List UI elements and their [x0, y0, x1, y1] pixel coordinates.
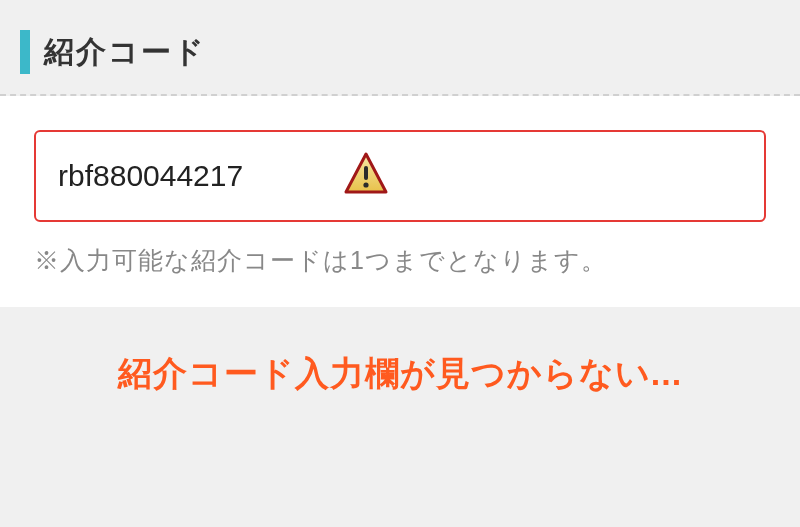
warning-icon — [342, 150, 390, 202]
header-row: 紹介コード — [20, 30, 780, 74]
svg-rect-0 — [364, 166, 368, 180]
section-title: 紹介コード — [44, 32, 206, 73]
help-text: ※入力可能な紹介コードは1つまでとなります。 — [34, 244, 766, 277]
footer-message: 紹介コード入力欄が見つからない... — [20, 351, 780, 397]
svg-point-1 — [363, 182, 368, 187]
footer-section: 紹介コード入力欄が見つからない... — [0, 307, 800, 437]
referral-code-field-wrapper — [34, 130, 766, 222]
referral-code-input[interactable] — [58, 159, 330, 193]
accent-bar — [20, 30, 30, 74]
content-section: ※入力可能な紹介コードは1つまでとなります。 — [0, 96, 800, 307]
section-header: 紹介コード — [0, 0, 800, 96]
